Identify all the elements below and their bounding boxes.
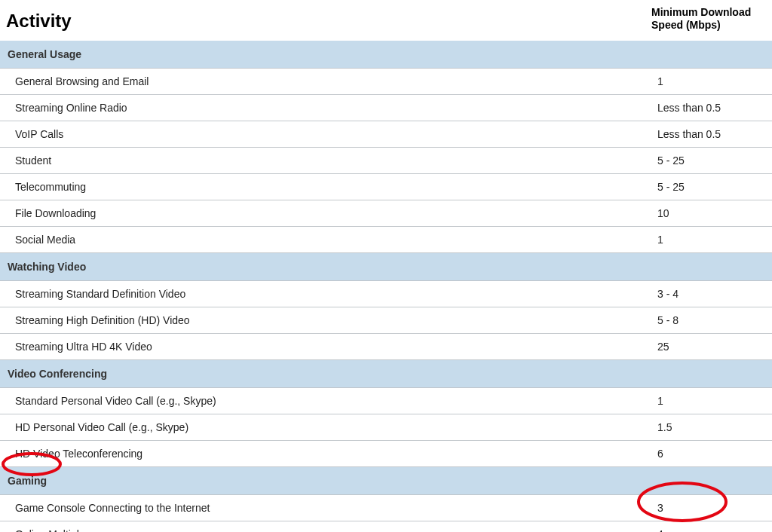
table-row: File Downloading 10 xyxy=(0,200,772,227)
activity-label: General Browsing and Email xyxy=(15,75,657,87)
speed-value: 10 xyxy=(657,207,772,219)
table-row: Standard Personal Video Call (e.g., Skyp… xyxy=(0,388,772,414)
speed-value: 6 xyxy=(657,448,772,460)
speed-value: 25 xyxy=(657,341,772,353)
section-header-gaming: Gaming xyxy=(0,467,772,495)
table-row: Streaming High Definition (HD) Video 5 -… xyxy=(0,307,772,334)
activity-label: Standard Personal Video Call (e.g., Skyp… xyxy=(15,395,657,407)
speed-requirements-table: Activity Minimum Download Speed (Mbps) G… xyxy=(0,0,772,532)
table-row: Telecommuting 5 - 25 xyxy=(0,174,772,200)
speed-value: 1 xyxy=(657,395,772,407)
speed-value: Less than 0.5 xyxy=(657,128,772,140)
activity-label: VoIP Calls xyxy=(15,128,657,140)
speed-value: 4 xyxy=(657,528,772,532)
table-row: Streaming Ultra HD 4K Video 25 xyxy=(0,334,772,360)
activity-label: Streaming High Definition (HD) Video xyxy=(15,314,657,326)
table-row: Social Media 1 xyxy=(0,227,772,253)
activity-label: Streaming Standard Definition Video xyxy=(15,288,657,300)
speed-value: 5 - 8 xyxy=(657,314,772,326)
speed-value: 3 xyxy=(657,502,772,514)
table-header-row: Activity Minimum Download Speed (Mbps) xyxy=(0,0,772,41)
speed-value: 1.5 xyxy=(657,421,772,433)
speed-value: 1 xyxy=(657,75,772,87)
table-row: Game Console Connecting to the Internet … xyxy=(0,495,772,521)
activity-label: Online Multiplayer xyxy=(15,528,657,532)
column-header-speed: Minimum Download Speed (Mbps) xyxy=(651,6,766,32)
activity-label: HD Personal Video Call (e.g., Skype) xyxy=(15,421,657,433)
speed-value: 5 - 25 xyxy=(657,154,772,167)
table-row: Student 5 - 25 xyxy=(0,148,772,174)
table-row: Streaming Online Radio Less than 0.5 xyxy=(0,95,772,121)
activity-label: Social Media xyxy=(15,234,657,246)
table-row: HD Video Teleconferencing 6 xyxy=(0,441,772,467)
activity-label: Streaming Ultra HD 4K Video xyxy=(15,341,657,353)
table-row: Streaming Standard Definition Video 3 - … xyxy=(0,281,772,307)
activity-label: Streaming Online Radio xyxy=(15,102,657,114)
speed-value: 1 xyxy=(657,234,772,246)
table-row: Online Multiplayer 4 xyxy=(0,521,772,532)
activity-label: Game Console Connecting to the Internet xyxy=(15,502,657,514)
table-row: General Browsing and Email 1 xyxy=(0,69,772,95)
speed-value: 3 - 4 xyxy=(657,288,772,300)
table-row: HD Personal Video Call (e.g., Skype) 1.5 xyxy=(0,414,772,441)
section-header-video-conferencing: Video Conferencing xyxy=(0,360,772,388)
table-row: VoIP Calls Less than 0.5 xyxy=(0,121,772,148)
section-header-watching-video: Watching Video xyxy=(0,253,772,281)
section-header-general-usage: General Usage xyxy=(0,41,772,69)
activity-label: Student xyxy=(15,154,657,167)
speed-value: 5 - 25 xyxy=(657,181,772,193)
speed-value: Less than 0.5 xyxy=(657,102,772,114)
activity-label: File Downloading xyxy=(15,207,657,219)
column-header-activity: Activity xyxy=(6,11,651,32)
activity-label: Telecommuting xyxy=(15,181,657,193)
activity-label: HD Video Teleconferencing xyxy=(15,448,657,460)
